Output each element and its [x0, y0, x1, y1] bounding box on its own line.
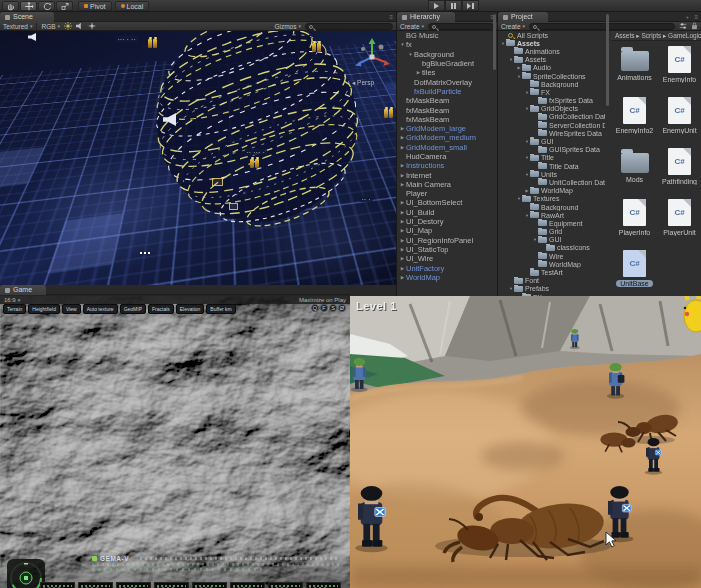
scale-tool-button[interactable] — [56, 1, 73, 11]
project-tree-item[interactable]: ▼ GridObjects — [498, 105, 605, 113]
hierarchy-item[interactable]: DotMatrixOverlay — [397, 77, 497, 86]
project-tree-item[interactable]: ServerCollection Dat — [498, 121, 605, 129]
project-tree-item[interactable]: UnitCollection Data — [498, 178, 605, 186]
project-tree-item[interactable]: ▶ WorldMap — [498, 187, 605, 195]
expand-arrow-icon[interactable]: ▶ — [399, 275, 406, 280]
project-tree-item[interactable]: ▼ Title — [498, 154, 605, 162]
audio-toggle-icon[interactable] — [76, 22, 84, 30]
tab-hierarchy[interactable]: Hierarchy — [397, 12, 455, 22]
project-tree-item[interactable]: ▼ Textures — [498, 195, 605, 203]
hierarchy-item[interactable]: fxBuildParticle — [397, 87, 497, 96]
hand-tool-button[interactable] — [2, 1, 19, 11]
asset-item[interactable]: C# UnitBase — [612, 247, 657, 298]
expand-arrow-icon[interactable]: ▶ — [399, 135, 406, 140]
terrain-menu-button[interactable]: Auto texture — [83, 304, 118, 314]
project-tree-item[interactable]: Wire — [498, 252, 605, 260]
project-tree-item[interactable]: Background — [498, 80, 605, 88]
hierarchy-item[interactable]: ▶ Internet — [397, 170, 497, 179]
project-tree-item[interactable]: WorldMap — [498, 260, 605, 268]
hierarchy-item[interactable]: ▶ UI_Wire — [397, 254, 497, 263]
slider-icon[interactable] — [679, 22, 687, 30]
hierarchy-item[interactable]: ▶ Instructions — [397, 161, 497, 170]
asset-item[interactable]: C# EnemyUnit — [657, 94, 701, 145]
aspect-dropdown[interactable]: 16:9▾ — [4, 297, 20, 303]
project-tree-item[interactable]: Animations — [498, 47, 605, 55]
maximize-on-play-toggle[interactable]: Maximize on Play — [299, 297, 346, 303]
breadcrumb[interactable]: Assets ▸ Scripts ▸ GameLogic — [611, 31, 701, 41]
project-tree-item[interactable]: Font — [498, 277, 605, 285]
expand-arrow-icon[interactable]: ▶ — [399, 247, 406, 252]
project-tree-item[interactable]: Grid — [498, 228, 605, 236]
draw-mode-dropdown[interactable]: Textured▾ — [3, 23, 32, 30]
terrain-menu-button[interactable]: Terrain — [3, 304, 26, 314]
asset-item[interactable]: Mods — [612, 145, 657, 196]
asset-item[interactable]: C# EnemyInfo — [657, 43, 701, 94]
pause-button[interactable] — [445, 0, 462, 11]
tab-scene[interactable]: Scene — [0, 12, 54, 22]
project-tree-item[interactable]: GUISprites Data — [498, 146, 605, 154]
effects-toggle-icon[interactable] — [88, 22, 96, 30]
expand-arrow-icon[interactable]: ▶ — [399, 200, 406, 205]
hierarchy-item[interactable]: HudCamera — [397, 152, 497, 161]
asset-item[interactable]: C# PlayerUnit — [657, 196, 701, 247]
project-tree-item[interactable]: ▼ Assets — [498, 39, 605, 47]
hierarchy-item[interactable]: ▶ UI_RegionInfoPanel — [397, 236, 497, 245]
step-button[interactable] — [462, 0, 479, 11]
project-pane-menu-icon[interactable]: ≡ — [694, 14, 698, 20]
project-tree-item[interactable]: ▼ RawArt — [498, 211, 605, 219]
hud-icon[interactable]: Ø — [338, 304, 346, 312]
render-mode-dropdown[interactable]: RGB▾ — [41, 23, 60, 30]
local-toggle-button[interactable]: Local — [115, 1, 150, 11]
scene-viewport[interactable]: --- - -- -- --- - -- - — [0, 31, 396, 285]
project-tree-item[interactable]: ▼ SpriteCollections — [498, 72, 605, 80]
hierarchy-item[interactable]: ▶ GridModem_small — [397, 143, 497, 152]
hierarchy-item[interactable]: Player — [397, 189, 497, 198]
expand-arrow-icon[interactable]: ▶ — [399, 219, 406, 224]
hierarchy-item[interactable]: ▶ UnitFactory — [397, 263, 497, 272]
asset-item[interactable]: C# Pathfinding — [657, 145, 701, 196]
persp-label[interactable]: ◂ Persp — [352, 79, 374, 87]
hierarchy-item[interactable]: ▶ tiles — [397, 68, 497, 77]
expand-arrow-icon[interactable]: ▼ — [399, 42, 406, 47]
project-tree-item[interactable]: ▼ Assets — [498, 56, 605, 64]
lock-icon[interactable] — [691, 22, 698, 30]
move-tool-button[interactable] — [20, 1, 37, 11]
expand-arrow-icon[interactable]: ▶ — [415, 70, 422, 75]
project-tree-item[interactable]: WireSprites Data — [498, 129, 605, 137]
project-tree-item[interactable]: fxSprites Data — [498, 97, 605, 105]
project-tree-item[interactable]: Equipment — [498, 219, 605, 227]
hierarchy-item[interactable]: ▶ WorldMap — [397, 273, 497, 282]
hud-icon[interactable]: F — [320, 304, 328, 312]
hierarchy-item[interactable]: ▼ Background — [397, 50, 497, 59]
scene-orientation-gizmo[interactable] — [350, 35, 394, 79]
project-tree-item[interactable]: ▼ FX — [498, 88, 605, 96]
hierarchy-item[interactable]: BG Music — [397, 31, 497, 40]
project-tree-item[interactable]: Title Data — [498, 162, 605, 170]
hierarchy-item[interactable]: fxMaskBeam — [397, 96, 497, 105]
lighting-toggle-icon[interactable] — [64, 22, 72, 30]
rotate-tool-button[interactable] — [38, 1, 55, 11]
terrain-menu-button[interactable]: Buffer km — [206, 304, 235, 314]
expand-arrow-icon[interactable]: ▶ — [399, 238, 406, 243]
pivot-toggle-button[interactable]: Pivot — [78, 1, 112, 11]
play-button[interactable] — [428, 0, 445, 11]
hierarchy-item[interactable]: bgBlueGradient — [397, 59, 497, 68]
asset-item[interactable]: Animations — [612, 43, 657, 94]
project-tree-item[interactable]: ▼ GUI — [498, 137, 605, 145]
hierarchy-item[interactable]: ▶ UI_Map — [397, 226, 497, 235]
expand-arrow-icon[interactable]: ▶ — [399, 145, 406, 150]
hierarchy-item[interactable]: ▶ GridModem_medium — [397, 133, 497, 142]
tab-game[interactable]: Game — [0, 285, 46, 295]
hierarchy-create-button[interactable]: Create▾ — [400, 23, 424, 30]
project-tree-item[interactable]: ▶ Audio — [498, 64, 605, 72]
hierarchy-item[interactable]: ▶ GridModem_large — [397, 124, 497, 133]
project-tree-item[interactable]: Background — [498, 203, 605, 211]
hierarchy-item[interactable]: ▶ Main Camera — [397, 180, 497, 189]
tab-project[interactable]: Project — [498, 12, 548, 22]
project-tree-item[interactable]: TestArt — [498, 268, 605, 276]
terrain-menu-button[interactable]: View — [62, 304, 81, 314]
project-tree-item[interactable]: classIcons — [498, 244, 605, 252]
terrain-menu-button[interactable]: GeoMIP — [120, 304, 146, 314]
expand-arrow-icon[interactable]: ▶ — [399, 182, 406, 187]
expand-arrow-icon[interactable]: ▼ — [407, 52, 414, 57]
